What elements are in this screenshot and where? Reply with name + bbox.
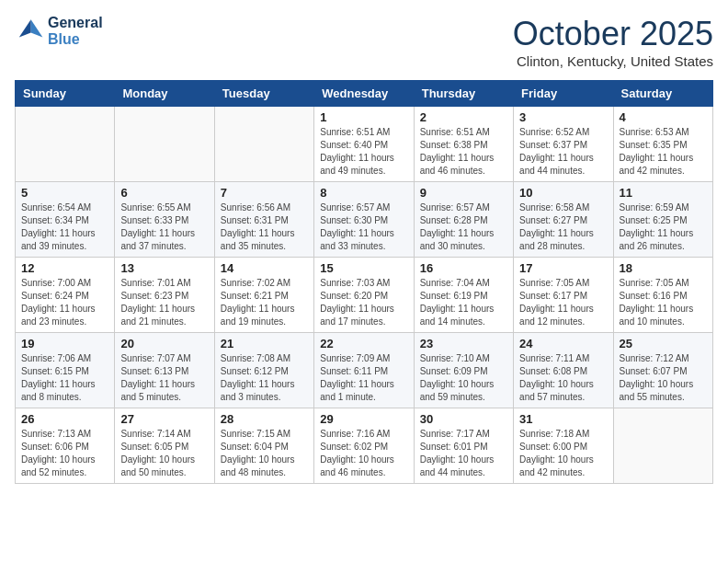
calendar-week-4: 19Sunrise: 7:06 AM Sunset: 6:15 PM Dayli… xyxy=(16,333,713,408)
day-info: Sunrise: 6:59 AM Sunset: 6:25 PM Dayligh… xyxy=(620,201,707,253)
calendar-cell: 18Sunrise: 7:05 AM Sunset: 6:16 PM Dayli… xyxy=(613,258,712,333)
day-number: 7 xyxy=(221,186,308,200)
day-info: Sunrise: 6:57 AM Sunset: 6:28 PM Dayligh… xyxy=(420,201,507,253)
day-number: 10 xyxy=(519,186,607,200)
title-section: October 2025 Clinton, Kentucky, United S… xyxy=(513,15,713,69)
day-info: Sunrise: 7:02 AM Sunset: 6:21 PM Dayligh… xyxy=(221,277,308,328)
weekday-thursday: Thursday xyxy=(414,81,513,107)
svg-marker-0 xyxy=(31,19,43,37)
calendar-cell: 30Sunrise: 7:17 AM Sunset: 6:01 PM Dayli… xyxy=(414,408,513,484)
calendar-cell xyxy=(16,107,115,182)
day-info: Sunrise: 7:09 AM Sunset: 6:11 PM Dayligh… xyxy=(320,352,407,404)
day-number: 27 xyxy=(120,412,208,426)
day-number: 17 xyxy=(519,261,607,275)
day-info: Sunrise: 7:07 AM Sunset: 6:13 PM Dayligh… xyxy=(120,352,208,404)
day-info: Sunrise: 7:16 AM Sunset: 6:02 PM Dayligh… xyxy=(320,428,407,479)
calendar-cell: 9Sunrise: 6:57 AM Sunset: 6:28 PM Daylig… xyxy=(414,182,513,258)
day-info: Sunrise: 7:04 AM Sunset: 6:19 PM Dayligh… xyxy=(420,277,507,328)
calendar-cell: 13Sunrise: 7:01 AM Sunset: 6:23 PM Dayli… xyxy=(115,258,214,333)
day-number: 5 xyxy=(21,186,108,200)
calendar-week-2: 5Sunrise: 6:54 AM Sunset: 6:34 PM Daylig… xyxy=(16,182,713,258)
day-number: 16 xyxy=(420,261,507,275)
calendar-cell: 3Sunrise: 6:52 AM Sunset: 6:37 PM Daylig… xyxy=(514,107,613,182)
calendar-cell: 6Sunrise: 6:55 AM Sunset: 6:33 PM Daylig… xyxy=(115,182,214,258)
day-number: 21 xyxy=(221,337,308,350)
calendar-cell: 16Sunrise: 7:04 AM Sunset: 6:19 PM Dayli… xyxy=(414,258,513,333)
day-info: Sunrise: 6:57 AM Sunset: 6:30 PM Dayligh… xyxy=(320,201,407,253)
calendar-cell: 14Sunrise: 7:02 AM Sunset: 6:21 PM Dayli… xyxy=(214,258,313,333)
day-number: 29 xyxy=(320,412,407,426)
day-number: 12 xyxy=(21,261,108,275)
calendar-cell: 26Sunrise: 7:13 AM Sunset: 6:06 PM Dayli… xyxy=(16,408,115,484)
day-number: 14 xyxy=(221,261,308,275)
day-number: 20 xyxy=(120,337,208,350)
day-info: Sunrise: 7:06 AM Sunset: 6:15 PM Dayligh… xyxy=(21,352,108,404)
day-info: Sunrise: 7:08 AM Sunset: 6:12 PM Dayligh… xyxy=(221,352,308,404)
calendar-cell: 28Sunrise: 7:15 AM Sunset: 6:04 PM Dayli… xyxy=(214,408,313,484)
calendar-table: SundayMondayTuesdayWednesdayThursdayFrid… xyxy=(15,80,713,484)
calendar-cell xyxy=(613,408,712,484)
day-number: 25 xyxy=(620,337,707,350)
calendar-cell: 17Sunrise: 7:05 AM Sunset: 6:17 PM Dayli… xyxy=(514,258,613,333)
day-number: 18 xyxy=(620,261,707,275)
day-number: 9 xyxy=(420,186,507,200)
calendar-cell: 2Sunrise: 6:51 AM Sunset: 6:38 PM Daylig… xyxy=(414,107,513,182)
calendar-cell: 19Sunrise: 7:06 AM Sunset: 6:15 PM Dayli… xyxy=(16,333,115,408)
calendar-cell: 20Sunrise: 7:07 AM Sunset: 6:13 PM Dayli… xyxy=(115,333,214,408)
day-info: Sunrise: 7:12 AM Sunset: 6:07 PM Dayligh… xyxy=(620,352,707,404)
day-info: Sunrise: 7:01 AM Sunset: 6:23 PM Dayligh… xyxy=(120,277,208,328)
day-info: Sunrise: 6:54 AM Sunset: 6:34 PM Dayligh… xyxy=(21,201,108,253)
calendar-cell: 1Sunrise: 6:51 AM Sunset: 6:40 PM Daylig… xyxy=(314,107,414,182)
day-info: Sunrise: 6:51 AM Sunset: 6:40 PM Dayligh… xyxy=(320,126,407,178)
day-number: 8 xyxy=(320,186,407,200)
day-number: 1 xyxy=(320,110,407,124)
calendar-cell: 27Sunrise: 7:14 AM Sunset: 6:05 PM Dayli… xyxy=(115,408,214,484)
day-number: 22 xyxy=(320,337,407,350)
calendar-cell: 5Sunrise: 6:54 AM Sunset: 6:34 PM Daylig… xyxy=(16,182,115,258)
day-info: Sunrise: 7:11 AM Sunset: 6:08 PM Dayligh… xyxy=(519,352,607,404)
calendar-cell: 29Sunrise: 7:16 AM Sunset: 6:02 PM Dayli… xyxy=(314,408,414,484)
day-info: Sunrise: 6:51 AM Sunset: 6:38 PM Dayligh… xyxy=(420,126,507,178)
day-info: Sunrise: 6:52 AM Sunset: 6:37 PM Dayligh… xyxy=(519,126,607,178)
day-info: Sunrise: 6:56 AM Sunset: 6:31 PM Dayligh… xyxy=(221,201,308,253)
svg-marker-1 xyxy=(19,19,31,37)
calendar-cell: 15Sunrise: 7:03 AM Sunset: 6:20 PM Dayli… xyxy=(314,258,414,333)
day-info: Sunrise: 6:55 AM Sunset: 6:33 PM Dayligh… xyxy=(120,201,208,253)
logo: General Blue xyxy=(15,15,103,48)
calendar-cell xyxy=(214,107,313,182)
day-info: Sunrise: 7:10 AM Sunset: 6:09 PM Dayligh… xyxy=(420,352,507,404)
day-number: 24 xyxy=(519,337,607,350)
day-info: Sunrise: 7:05 AM Sunset: 6:16 PM Dayligh… xyxy=(620,277,707,328)
calendar-cell: 12Sunrise: 7:00 AM Sunset: 6:24 PM Dayli… xyxy=(16,258,115,333)
day-number: 2 xyxy=(420,110,507,124)
day-number: 19 xyxy=(21,337,108,350)
day-number: 3 xyxy=(519,110,607,124)
calendar-cell: 25Sunrise: 7:12 AM Sunset: 6:07 PM Dayli… xyxy=(613,333,712,408)
weekday-header-row: SundayMondayTuesdayWednesdayThursdayFrid… xyxy=(16,81,713,107)
calendar-cell: 10Sunrise: 6:58 AM Sunset: 6:27 PM Dayli… xyxy=(514,182,613,258)
calendar-cell: 22Sunrise: 7:09 AM Sunset: 6:11 PM Dayli… xyxy=(314,333,414,408)
day-info: Sunrise: 7:05 AM Sunset: 6:17 PM Dayligh… xyxy=(519,277,607,328)
calendar-cell: 8Sunrise: 6:57 AM Sunset: 6:30 PM Daylig… xyxy=(314,182,414,258)
location-subtitle: Clinton, Kentucky, United States xyxy=(513,53,713,69)
logo-icon xyxy=(15,17,44,46)
calendar-week-5: 26Sunrise: 7:13 AM Sunset: 6:06 PM Dayli… xyxy=(16,408,713,484)
weekday-tuesday: Tuesday xyxy=(214,81,313,107)
day-number: 15 xyxy=(320,261,407,275)
calendar-cell xyxy=(115,107,214,182)
day-number: 26 xyxy=(21,412,108,426)
calendar-cell: 31Sunrise: 7:18 AM Sunset: 6:00 PM Dayli… xyxy=(514,408,613,484)
day-info: Sunrise: 7:03 AM Sunset: 6:20 PM Dayligh… xyxy=(320,277,407,328)
day-number: 31 xyxy=(519,412,607,426)
day-number: 30 xyxy=(420,412,507,426)
day-number: 28 xyxy=(221,412,308,426)
weekday-monday: Monday xyxy=(115,81,214,107)
calendar-cell: 21Sunrise: 7:08 AM Sunset: 6:12 PM Dayli… xyxy=(214,333,313,408)
calendar-cell: 4Sunrise: 6:53 AM Sunset: 6:35 PM Daylig… xyxy=(613,107,712,182)
day-info: Sunrise: 7:15 AM Sunset: 6:04 PM Dayligh… xyxy=(221,428,308,479)
page-header: General Blue October 2025 Clinton, Kentu… xyxy=(15,15,713,69)
day-info: Sunrise: 6:53 AM Sunset: 6:35 PM Dayligh… xyxy=(620,126,707,178)
day-number: 11 xyxy=(620,186,707,200)
calendar-cell: 24Sunrise: 7:11 AM Sunset: 6:08 PM Dayli… xyxy=(514,333,613,408)
calendar-cell: 7Sunrise: 6:56 AM Sunset: 6:31 PM Daylig… xyxy=(214,182,313,258)
